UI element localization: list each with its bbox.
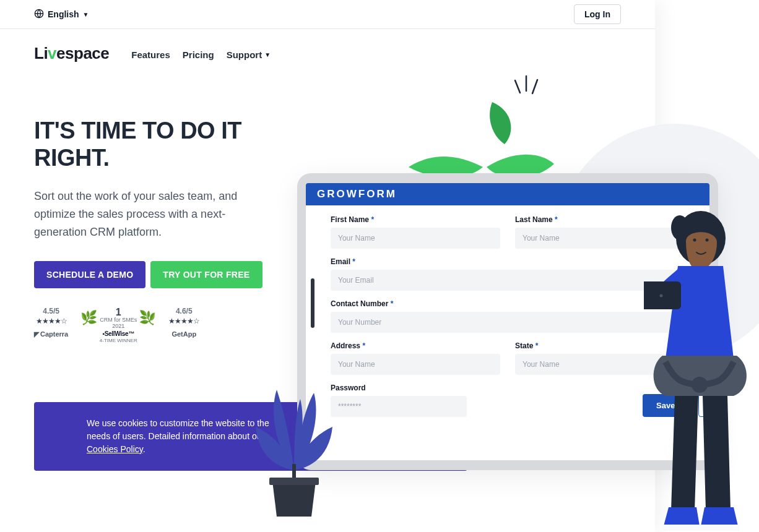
cookies-policy-link[interactable]: Cookies Policy — [87, 444, 143, 454]
address-input[interactable] — [331, 354, 500, 375]
nav-features[interactable]: Features — [131, 49, 170, 60]
schedule-demo-button[interactable]: SCHEDULE A DEMO — [34, 261, 145, 288]
nav-support[interactable]: Support ▼ — [227, 49, 271, 60]
svg-point-7 — [693, 239, 696, 242]
first-name-label: First Name * — [331, 215, 500, 224]
login-button[interactable]: Log In — [574, 4, 621, 24]
svg-line-3 — [532, 80, 537, 93]
svg-point-8 — [706, 239, 709, 242]
svg-point-9 — [671, 215, 688, 240]
plant-illustration — [238, 371, 350, 532]
capterra-badge: 4.5/5 ★★★★☆ ◤ Capterra — [34, 307, 68, 338]
hero-subtitle: Sort out the work of your sales team, an… — [34, 187, 263, 241]
svg-line-1 — [515, 80, 520, 93]
svg-point-14 — [692, 377, 708, 393]
tablet-side-button — [311, 278, 314, 328]
ratings-badges: 4.5/5 ★★★★☆ ◤ Capterra 🌿 1 CRM for SMEs … — [34, 307, 266, 343]
contact-number-input[interactable] — [331, 312, 685, 333]
svg-point-11 — [660, 294, 663, 298]
hero-title: IT'S TIME TO DO IT RIGHT. — [34, 118, 266, 171]
language-label: English — [48, 9, 79, 19]
try-free-button[interactable]: TRY OUT FOR FREE — [150, 261, 262, 288]
svg-rect-5 — [269, 478, 319, 485]
person-illustration — [644, 204, 755, 532]
svg-rect-12 — [662, 525, 701, 531]
email-label: Email * — [331, 257, 685, 266]
chevron-down-icon: ▼ — [83, 11, 89, 18]
getapp-badge: 4.6/5 ★★★★☆ GetApp — [168, 307, 199, 338]
contact-number-label: Contact Number * — [331, 299, 685, 308]
award-badge: 🌿 1 CRM for SMEs 2021 🌿 ▪SellWise™ 4-TIM… — [80, 307, 156, 343]
password-label: Password — [331, 384, 467, 392]
laurel-left-icon: 🌿 — [80, 310, 97, 326]
capterra-logo-icon: ◤ — [34, 330, 39, 338]
language-selector[interactable]: English ▼ — [34, 9, 89, 20]
password-input[interactable] — [331, 396, 467, 417]
svg-rect-13 — [700, 525, 740, 531]
address-label: Address * — [331, 341, 500, 350]
form-brand: GROWFORM — [306, 183, 709, 205]
sprout-illustration — [396, 71, 557, 185]
globe-icon — [34, 9, 44, 20]
chevron-down-icon: ▼ — [264, 51, 271, 58]
nav-pricing[interactable]: Pricing — [183, 49, 214, 60]
stars-icon: ★★★★☆ — [168, 317, 199, 325]
stars-icon: ★★★★☆ — [36, 317, 67, 325]
email-input[interactable] — [331, 270, 685, 291]
logo[interactable]: Livespace — [34, 44, 109, 63]
laurel-right-icon: 🌿 — [139, 310, 156, 326]
first-name-input[interactable] — [331, 228, 500, 249]
